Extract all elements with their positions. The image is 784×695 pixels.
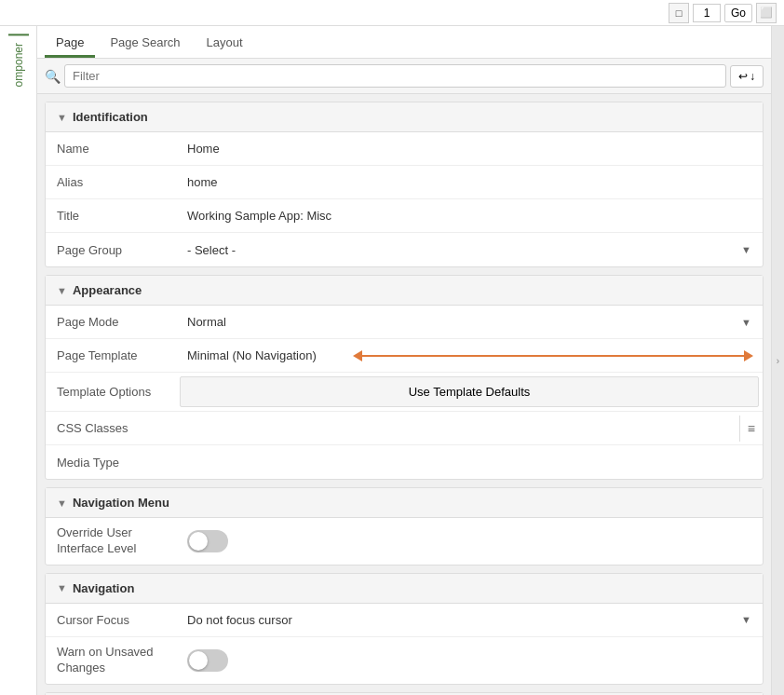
css-classes-input[interactable] — [176, 414, 739, 443]
field-page-group: Page Group - Select - ▼ — [46, 233, 763, 266]
field-warn-unsaved: Warn on Unsaved Changes — [46, 637, 763, 684]
top-bar: □ Go ⬜ — [0, 0, 784, 26]
identification-chevron: ▼ — [57, 112, 67, 123]
field-title-value: Working Sample App: Misc — [176, 201, 763, 230]
navigation-section: ▼ Navigation Cursor Focus Do not focus c… — [45, 573, 764, 685]
javascript-section: ▼ JavaScript — [45, 692, 764, 695]
field-cursor-focus-select[interactable]: Do not focus cursor ▼ — [176, 607, 763, 633]
field-page-template: Page Template Minimal (No Navigation) — [46, 339, 763, 373]
field-page-template-label: Page Template — [46, 341, 176, 370]
bookmark-icon[interactable]: ⬜ — [756, 3, 777, 23]
page-mode-chevron: ▼ — [741, 317, 751, 328]
page-number-input[interactable] — [693, 4, 721, 22]
field-title-label: Title — [46, 201, 176, 230]
template-options-button[interactable]: Use Template Defaults — [180, 376, 759, 407]
arrow-line — [362, 355, 744, 357]
arrow-right-head — [744, 350, 753, 361]
css-classes-icon-btn[interactable]: ≡ — [739, 416, 763, 442]
field-cursor-focus: Cursor Focus Do not focus cursor ▼ — [46, 604, 763, 637]
cursor-focus-chevron: ▼ — [741, 614, 751, 625]
field-warn-unsaved-label: Warn on Unsaved Changes — [46, 637, 176, 684]
field-warn-unsaved-value — [176, 642, 763, 679]
identification-section: ▼ Identification Name Home Alias home — [45, 102, 764, 267]
tab-layout[interactable]: Layout — [196, 30, 254, 58]
appearance-chevron: ▼ — [57, 285, 67, 296]
field-template-options-label: Template Options — [46, 377, 176, 406]
navigation-menu-header: ▼ Navigation Menu — [46, 488, 763, 518]
field-override-ui-label: Override User Interface Level — [46, 518, 176, 565]
override-ui-toggle[interactable] — [187, 530, 228, 552]
filter-action-button[interactable]: ↩ ↓ — [730, 65, 764, 88]
navigation-header: ▼ Navigation — [46, 574, 763, 604]
navigation-menu-section: ▼ Navigation Menu Override User Interfac… — [45, 487, 764, 566]
field-template-options: Template Options Use Template Defaults — [46, 373, 763, 412]
appearance-header: ▼ Appearance — [46, 276, 763, 306]
navigation-chevron: ▼ — [57, 582, 67, 593]
toggle-knob — [189, 532, 208, 551]
field-media-type-value — [176, 455, 763, 470]
field-page-mode-select[interactable]: Normal ▼ — [176, 309, 763, 334]
field-name: Name Home — [46, 132, 763, 166]
warn-toggle-knob — [189, 651, 208, 670]
tab-page[interactable]: Page — [45, 30, 95, 58]
right-collapse-handle[interactable]: › — [771, 26, 784, 695]
field-page-group-select[interactable]: - Select - ▼ — [176, 238, 763, 263]
field-alias-value: home — [176, 168, 763, 197]
field-name-value: Home — [176, 134, 763, 163]
field-title: Title Working Sample App: Misc — [46, 199, 763, 233]
page-icon[interactable]: □ — [669, 3, 689, 23]
filter-bar: 🔍 ↩ ↓ — [37, 59, 771, 94]
panel-content: ▼ Identification Name Home Alias home — [37, 94, 771, 695]
tabs-row: Page Page Search Layout — [37, 26, 771, 59]
main-layout: omponer Page Page Search Layout 🔍 ↩ ↓ — [0, 26, 784, 695]
appearance-body: Page Mode Normal ▼ Page Template Minimal… — [46, 306, 763, 479]
identification-header: ▼ Identification — [46, 102, 763, 132]
sidebar-tab-component[interactable]: omponer — [8, 34, 29, 94]
tab-page-search[interactable]: Page Search — [99, 30, 191, 58]
appearance-section: ▼ Appearance Page Mode Normal ▼ Page Te — [45, 275, 764, 480]
navigation-menu-chevron: ▼ — [57, 497, 67, 509]
search-icon: 🔍 — [45, 69, 61, 84]
field-name-label: Name — [46, 134, 176, 163]
field-cursor-focus-label: Cursor Focus — [46, 606, 176, 634]
page-group-chevron: ▼ — [741, 244, 751, 255]
go-button[interactable]: Go — [724, 4, 752, 22]
field-css-classes-label: CSS Classes — [46, 414, 176, 443]
field-media-type-label: Media Type — [46, 448, 176, 477]
identification-body: Name Home Alias home Title Working Sampl… — [46, 132, 763, 266]
field-css-classes: CSS Classes ≡ — [46, 412, 763, 445]
field-page-mode-label: Page Mode — [46, 307, 176, 336]
field-page-template-value: Minimal (No Navigation) — [176, 341, 320, 370]
top-bar-controls: □ Go ⬜ — [669, 3, 777, 23]
filter-input[interactable] — [64, 64, 726, 88]
field-page-mode: Page Mode Normal ▼ — [46, 306, 763, 339]
arrow-left-head — [353, 350, 362, 361]
left-sidebar: omponer — [0, 26, 37, 695]
field-page-group-label: Page Group — [46, 236, 176, 265]
template-annotation-arrow — [353, 350, 753, 361]
field-override-ui-value — [176, 523, 763, 560]
navigation-body: Cursor Focus Do not focus cursor ▼ Warn … — [46, 604, 763, 684]
field-alias-label: Alias — [46, 168, 176, 197]
field-media-type: Media Type — [46, 445, 763, 479]
navigation-menu-body: Override User Interface Level — [46, 518, 763, 565]
field-alias: Alias home — [46, 166, 763, 199]
field-override-ui-level: Override User Interface Level — [46, 518, 763, 565]
warn-unsaved-toggle[interactable] — [187, 649, 228, 672]
content-area: Page Page Search Layout 🔍 ↩ ↓ ▼ — [37, 26, 771, 695]
